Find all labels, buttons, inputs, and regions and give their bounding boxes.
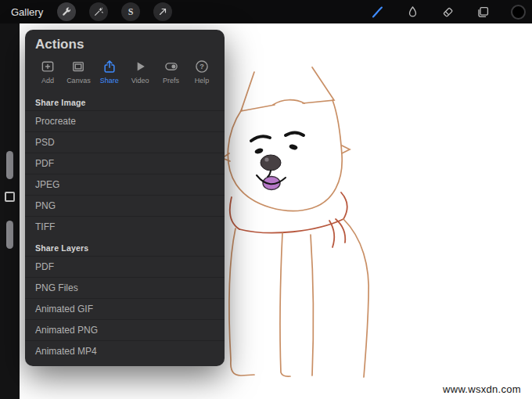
- video-play-icon: [132, 59, 148, 74]
- share-option-procreate[interactable]: Procreate: [25, 110, 225, 131]
- layers-option-png-files[interactable]: PNG Files: [25, 277, 225, 298]
- canvas-icon: [70, 59, 86, 74]
- actions-tabs: Add Canvas Share Vide: [25, 56, 225, 92]
- tab-add[interactable]: Add: [33, 59, 63, 84]
- share-icon: [102, 59, 117, 74]
- add-icon: [40, 59, 56, 74]
- tool-sidebar: [0, 23, 20, 399]
- share-option-png[interactable]: PNG: [25, 195, 225, 216]
- share-option-psd[interactable]: PSD: [25, 131, 225, 153]
- color-swatch[interactable]: [511, 5, 526, 20]
- wrench-icon: [61, 6, 72, 17]
- layers-option-pdf[interactable]: PDF: [25, 256, 225, 277]
- gallery-button[interactable]: Gallery: [11, 6, 43, 18]
- paint-tools: [370, 0, 526, 23]
- selection-button[interactable]: S: [121, 2, 140, 21]
- tab-video[interactable]: Video: [125, 59, 155, 84]
- share-option-jpeg[interactable]: JPEG: [25, 174, 225, 195]
- section-header-share-layers: Share Layers: [25, 237, 225, 256]
- watermark: www.wsxdn.com: [443, 383, 521, 395]
- selection-s-icon: S: [128, 6, 134, 18]
- adjustments-button[interactable]: [89, 2, 108, 21]
- tab-label: Help: [195, 77, 210, 84]
- magic-wand-icon: [93, 6, 104, 17]
- eraser-icon[interactable]: [440, 5, 455, 20]
- layers-option-animated-gif[interactable]: Animated GIF: [25, 298, 225, 319]
- smudge-icon[interactable]: [405, 5, 420, 20]
- modify-button[interactable]: [5, 192, 15, 202]
- transform-button[interactable]: [153, 2, 172, 21]
- layers-option-animated-mp4[interactable]: Animated MP4: [25, 340, 225, 361]
- tab-label: Share: [100, 77, 119, 84]
- panel-title: Actions: [25, 30, 225, 56]
- brush-size-slider[interactable]: [6, 151, 13, 179]
- share-option-tiff[interactable]: TIFF: [25, 216, 225, 237]
- tab-label: Prefs: [163, 77, 179, 84]
- tab-canvas[interactable]: Canvas: [63, 59, 93, 84]
- tab-label: Video: [131, 77, 149, 84]
- tab-share[interactable]: Share: [95, 59, 124, 84]
- layers-icon[interactable]: [476, 5, 491, 20]
- share-option-pdf[interactable]: PDF: [25, 153, 225, 174]
- top-toolbar: Gallery S: [0, 0, 532, 23]
- tab-label: Canvas: [66, 77, 91, 84]
- section-header-share-image: Share Image: [25, 92, 225, 110]
- svg-text:?: ?: [200, 63, 204, 70]
- help-icon: ?: [194, 59, 210, 74]
- brush-icon[interactable]: [370, 5, 385, 20]
- tab-help[interactable]: ? Help: [187, 59, 217, 84]
- actions-button[interactable]: [57, 2, 76, 21]
- prefs-toggle-icon: [164, 59, 179, 74]
- opacity-slider[interactable]: [6, 221, 13, 249]
- tab-prefs[interactable]: Prefs: [156, 59, 186, 84]
- layers-option-animated-png[interactable]: Animated PNG: [25, 319, 225, 340]
- tab-label: Add: [41, 77, 54, 84]
- actions-panel: Actions Add Canvas: [25, 30, 225, 366]
- transform-arrow-icon: [157, 6, 168, 17]
